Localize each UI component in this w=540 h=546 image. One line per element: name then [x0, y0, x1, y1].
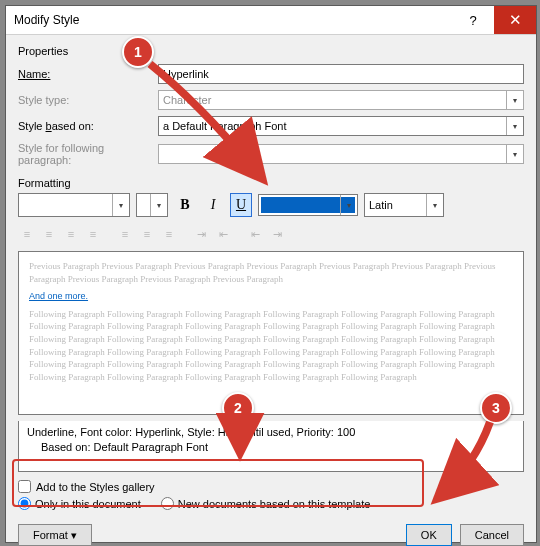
- align-center-icon: ≡: [40, 225, 58, 243]
- chevron-down-icon[interactable]: ▾: [150, 194, 167, 216]
- dialog-title: Modify Style: [6, 13, 452, 27]
- type-select: Character▾: [158, 90, 524, 110]
- align-left-icon: ≡: [18, 225, 36, 243]
- font-color-select[interactable]: ▾: [258, 194, 358, 216]
- chevron-down-icon: ▾: [506, 91, 523, 109]
- cancel-button[interactable]: Cancel: [460, 524, 524, 546]
- properties-label: Properties: [18, 45, 524, 57]
- titlebar: Modify Style ? ✕: [6, 6, 536, 35]
- align-justify-icon: ≡: [84, 225, 102, 243]
- chevron-down-icon[interactable]: ▾: [112, 194, 129, 216]
- chevron-down-icon[interactable]: ▾: [426, 194, 443, 216]
- only-this-document-radio[interactable]: Only in this document: [18, 497, 141, 510]
- indent-icon: ⇤: [246, 225, 264, 243]
- format-button[interactable]: Format ▾: [18, 524, 92, 546]
- style-description: Underline, Font color: Hyperlink, Style:…: [18, 421, 524, 472]
- modify-style-dialog: Modify Style ? ✕ Properties Name: Style …: [5, 5, 537, 543]
- name-label: Name:: [18, 68, 50, 80]
- script-select[interactable]: Latin▾: [364, 193, 444, 217]
- based-on-select[interactable]: a Default Paragraph Font▾: [158, 116, 524, 136]
- chevron-down-icon[interactable]: ▾: [340, 195, 357, 215]
- following-select: ▾: [158, 144, 524, 164]
- chevron-down-icon: ▾: [506, 145, 523, 163]
- add-to-gallery-checkbox[interactable]: Add to the Styles gallery: [18, 480, 524, 493]
- preview-sample-link: And one more.: [29, 290, 513, 303]
- italic-button[interactable]: I: [202, 193, 224, 217]
- bold-button[interactable]: B: [174, 193, 196, 217]
- new-documents-radio[interactable]: New documents based on this template: [161, 497, 371, 510]
- spacing-icon: ≡: [138, 225, 156, 243]
- spacing-icon: ≡: [116, 225, 134, 243]
- help-button[interactable]: ?: [452, 6, 494, 34]
- font-size-select[interactable]: ▾: [136, 193, 168, 217]
- indent-icon: ⇥: [192, 225, 210, 243]
- chevron-down-icon[interactable]: ▾: [506, 117, 523, 135]
- type-label: Style type:: [18, 94, 158, 106]
- formatting-label: Formatting: [18, 177, 524, 189]
- paragraph-toolbar: ≡ ≡ ≡ ≡ ≡ ≡ ≡ ⇥ ⇤ ⇤ ⇥: [18, 225, 524, 243]
- spacing-icon: ≡: [160, 225, 178, 243]
- following-label: Style for following paragraph:: [18, 142, 158, 166]
- name-input[interactable]: [158, 64, 524, 84]
- close-button[interactable]: ✕: [494, 6, 536, 34]
- align-right-icon: ≡: [62, 225, 80, 243]
- indent-icon: ⇥: [268, 225, 286, 243]
- underline-button[interactable]: U: [230, 193, 252, 217]
- based-on-label: Style based on:: [18, 120, 94, 132]
- indent-icon: ⇤: [214, 225, 232, 243]
- font-name-select[interactable]: ▾: [18, 193, 130, 217]
- preview-pane: Previous Paragraph Previous Paragraph Pr…: [18, 251, 524, 415]
- ok-button[interactable]: OK: [406, 524, 452, 546]
